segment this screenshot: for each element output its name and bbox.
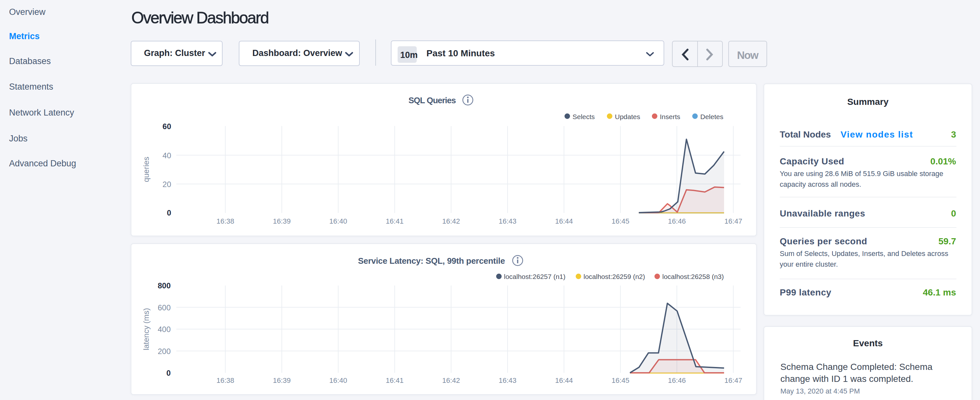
svg-text:16:41: 16:41 xyxy=(386,376,404,384)
svg-text:16:47: 16:47 xyxy=(724,376,742,384)
svg-text:16:44: 16:44 xyxy=(555,217,573,225)
svg-text:16:45: 16:45 xyxy=(611,376,629,384)
svg-text:SQL Queries: SQL Queries xyxy=(408,96,456,105)
svg-text:16:42: 16:42 xyxy=(442,376,460,384)
svg-text:Service Latency: SQL, 99th per: Service Latency: SQL, 99th percentile xyxy=(358,256,505,266)
svg-text:200: 200 xyxy=(158,347,170,356)
svg-text:16:47: 16:47 xyxy=(724,217,742,225)
svg-text:0: 0 xyxy=(167,209,171,217)
svg-text:Inserts: Inserts xyxy=(660,113,680,120)
svg-text:16:43: 16:43 xyxy=(499,376,516,384)
svg-text:Selects: Selects xyxy=(573,113,595,120)
svg-text:40: 40 xyxy=(162,151,171,160)
svg-text:localhost:26259 (n2): localhost:26259 (n2) xyxy=(584,273,645,280)
svg-text:localhost:26258 (n3): localhost:26258 (n3) xyxy=(662,273,724,280)
svg-text:16:43: 16:43 xyxy=(499,217,516,225)
svg-text:20: 20 xyxy=(162,180,171,189)
svg-text:800: 800 xyxy=(158,281,170,290)
svg-text:16:39: 16:39 xyxy=(273,217,291,225)
svg-text:16:44: 16:44 xyxy=(555,376,573,384)
svg-text:16:42: 16:42 xyxy=(442,217,460,225)
svg-text:16:40: 16:40 xyxy=(329,217,347,225)
svg-text:queries: queries xyxy=(142,157,150,182)
svg-text:16:39: 16:39 xyxy=(273,376,291,384)
svg-text:16:46: 16:46 xyxy=(668,376,686,384)
svg-text:16:45: 16:45 xyxy=(611,217,629,225)
svg-text:400: 400 xyxy=(158,325,170,334)
svg-text:0: 0 xyxy=(166,369,170,377)
svg-text:60: 60 xyxy=(162,122,171,131)
svg-text:Deletes: Deletes xyxy=(700,113,724,120)
svg-text:16:38: 16:38 xyxy=(216,376,234,384)
svg-text:localhost:26257 (n1): localhost:26257 (n1) xyxy=(504,273,566,280)
svg-text:16:40: 16:40 xyxy=(329,376,347,384)
svg-text:16:46: 16:46 xyxy=(668,217,686,225)
svg-text:600: 600 xyxy=(158,303,170,312)
svg-text:Updates: Updates xyxy=(615,113,640,120)
svg-text:16:38: 16:38 xyxy=(216,217,234,225)
svg-text:latency (ms): latency (ms) xyxy=(142,308,150,351)
svg-text:16:41: 16:41 xyxy=(386,217,404,225)
